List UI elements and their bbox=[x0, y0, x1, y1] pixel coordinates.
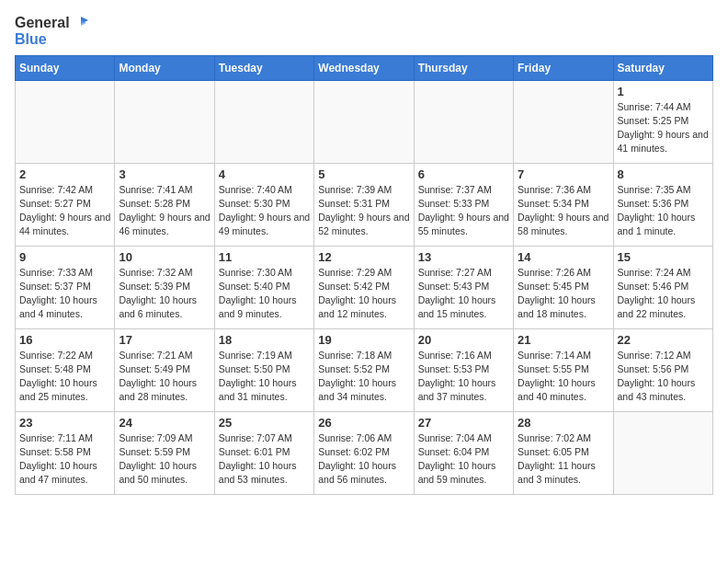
calendar-cell: 12Sunrise: 7:29 AMSunset: 5:42 PMDayligh… bbox=[314, 246, 414, 328]
day-number: 24 bbox=[119, 416, 210, 430]
day-info: Sunrise: 7:29 AMSunset: 5:42 PMDaylight:… bbox=[318, 266, 409, 322]
day-number: 3 bbox=[119, 167, 210, 181]
day-info: Sunrise: 7:14 AMSunset: 5:55 PMDaylight:… bbox=[518, 349, 609, 405]
day-info: Sunrise: 7:41 AMSunset: 5:28 PMDaylight:… bbox=[119, 183, 210, 239]
calendar-cell: 25Sunrise: 7:07 AMSunset: 6:01 PMDayligh… bbox=[214, 411, 313, 494]
day-info: Sunrise: 7:22 AMSunset: 5:48 PMDaylight:… bbox=[19, 349, 110, 405]
day-number: 27 bbox=[418, 416, 509, 430]
calendar-cell: 5Sunrise: 7:39 AMSunset: 5:31 PMDaylight… bbox=[314, 163, 414, 246]
day-info: Sunrise: 7:27 AMSunset: 5:43 PMDaylight:… bbox=[418, 266, 509, 322]
day-number: 12 bbox=[318, 250, 409, 264]
day-number: 1 bbox=[618, 85, 709, 98]
page-header: General Blue bbox=[15, 15, 713, 48]
calendar-cell: 1Sunrise: 7:44 AMSunset: 5:25 PMDaylight… bbox=[613, 80, 712, 163]
day-info: Sunrise: 7:44 AMSunset: 5:25 PMDaylight:… bbox=[618, 100, 709, 156]
calendar-week-row: 1Sunrise: 7:44 AMSunset: 5:25 PMDaylight… bbox=[16, 80, 713, 163]
calendar-cell: 27Sunrise: 7:04 AMSunset: 6:04 PMDayligh… bbox=[414, 411, 513, 494]
calendar-week-row: 16Sunrise: 7:22 AMSunset: 5:48 PMDayligh… bbox=[16, 328, 713, 411]
day-number: 13 bbox=[418, 250, 509, 264]
day-info: Sunrise: 7:21 AMSunset: 5:49 PMDaylight:… bbox=[119, 349, 210, 405]
calendar-cell: 2Sunrise: 7:42 AMSunset: 5:27 PMDaylight… bbox=[16, 163, 115, 246]
weekday-header-row: SundayMondayTuesdayWednesdayThursdayFrid… bbox=[16, 55, 713, 80]
day-number: 15 bbox=[618, 250, 709, 264]
day-number: 11 bbox=[219, 250, 310, 264]
calendar-cell: 10Sunrise: 7:32 AMSunset: 5:39 PMDayligh… bbox=[115, 246, 214, 328]
logo-blue-text: Blue bbox=[15, 31, 88, 48]
calendar-cell: 22Sunrise: 7:12 AMSunset: 5:56 PMDayligh… bbox=[613, 328, 712, 411]
calendar-cell: 3Sunrise: 7:41 AMSunset: 5:28 PMDaylight… bbox=[115, 163, 214, 246]
day-info: Sunrise: 7:19 AMSunset: 5:50 PMDaylight:… bbox=[219, 349, 310, 405]
day-number: 16 bbox=[19, 333, 110, 347]
calendar-cell: 4Sunrise: 7:40 AMSunset: 5:30 PMDaylight… bbox=[214, 163, 313, 246]
calendar-cell: 19Sunrise: 7:18 AMSunset: 5:52 PMDayligh… bbox=[314, 328, 414, 411]
calendar-cell: 18Sunrise: 7:19 AMSunset: 5:50 PMDayligh… bbox=[214, 328, 313, 411]
weekday-header: Sunday bbox=[16, 55, 115, 80]
calendar-cell: 14Sunrise: 7:26 AMSunset: 5:45 PMDayligh… bbox=[514, 246, 613, 328]
day-number: 18 bbox=[219, 333, 310, 347]
calendar-cell: 15Sunrise: 7:24 AMSunset: 5:46 PMDayligh… bbox=[613, 246, 712, 328]
day-info: Sunrise: 7:24 AMSunset: 5:46 PMDaylight:… bbox=[618, 266, 709, 322]
day-info: Sunrise: 7:26 AMSunset: 5:45 PMDaylight:… bbox=[518, 266, 609, 322]
weekday-header: Saturday bbox=[613, 55, 712, 80]
calendar-week-row: 23Sunrise: 7:11 AMSunset: 5:58 PMDayligh… bbox=[16, 411, 713, 494]
day-info: Sunrise: 7:36 AMSunset: 5:34 PMDaylight:… bbox=[518, 183, 609, 239]
day-info: Sunrise: 7:09 AMSunset: 5:59 PMDaylight:… bbox=[119, 431, 210, 488]
day-number: 4 bbox=[219, 167, 310, 181]
day-number: 23 bbox=[19, 416, 110, 430]
day-number: 26 bbox=[318, 416, 409, 430]
day-number: 19 bbox=[318, 333, 409, 347]
day-number: 6 bbox=[418, 167, 509, 181]
day-number: 10 bbox=[119, 250, 210, 264]
day-number: 7 bbox=[518, 167, 609, 181]
day-number: 28 bbox=[518, 416, 609, 430]
calendar-cell: 20Sunrise: 7:16 AMSunset: 5:53 PMDayligh… bbox=[414, 328, 513, 411]
calendar-cell bbox=[214, 80, 313, 163]
calendar-cell: 23Sunrise: 7:11 AMSunset: 5:58 PMDayligh… bbox=[16, 411, 115, 494]
calendar-cell bbox=[514, 80, 613, 163]
calendar-cell: 6Sunrise: 7:37 AMSunset: 5:33 PMDaylight… bbox=[414, 163, 513, 246]
calendar-cell: 17Sunrise: 7:21 AMSunset: 5:49 PMDayligh… bbox=[115, 328, 214, 411]
calendar-cell: 9Sunrise: 7:33 AMSunset: 5:37 PMDaylight… bbox=[16, 246, 115, 328]
logo: General Blue bbox=[15, 15, 88, 48]
day-number: 22 bbox=[618, 333, 709, 347]
calendar-cell bbox=[16, 80, 115, 163]
calendar-cell bbox=[314, 80, 414, 163]
calendar-cell: 8Sunrise: 7:35 AMSunset: 5:36 PMDaylight… bbox=[613, 163, 712, 246]
day-info: Sunrise: 7:33 AMSunset: 5:37 PMDaylight:… bbox=[19, 266, 110, 322]
day-info: Sunrise: 7:30 AMSunset: 5:40 PMDaylight:… bbox=[219, 266, 310, 322]
weekday-header: Wednesday bbox=[314, 55, 414, 80]
calendar-cell bbox=[115, 80, 214, 163]
day-number: 21 bbox=[518, 333, 609, 347]
calendar-cell: 13Sunrise: 7:27 AMSunset: 5:43 PMDayligh… bbox=[414, 246, 513, 328]
day-info: Sunrise: 7:07 AMSunset: 6:01 PMDaylight:… bbox=[219, 431, 310, 488]
day-info: Sunrise: 7:18 AMSunset: 5:52 PMDaylight:… bbox=[318, 349, 409, 405]
day-number: 17 bbox=[119, 333, 210, 347]
day-number: 5 bbox=[318, 167, 409, 181]
day-number: 9 bbox=[19, 250, 110, 264]
calendar-cell: 11Sunrise: 7:30 AMSunset: 5:40 PMDayligh… bbox=[214, 246, 313, 328]
day-info: Sunrise: 7:35 AMSunset: 5:36 PMDaylight:… bbox=[618, 183, 709, 239]
day-info: Sunrise: 7:37 AMSunset: 5:33 PMDaylight:… bbox=[418, 183, 509, 239]
day-info: Sunrise: 7:42 AMSunset: 5:27 PMDaylight:… bbox=[19, 183, 110, 239]
day-info: Sunrise: 7:04 AMSunset: 6:04 PMDaylight:… bbox=[418, 431, 509, 488]
calendar-cell bbox=[613, 411, 712, 494]
day-number: 8 bbox=[618, 167, 709, 181]
calendar-week-row: 9Sunrise: 7:33 AMSunset: 5:37 PMDaylight… bbox=[16, 246, 713, 328]
calendar-cell: 7Sunrise: 7:36 AMSunset: 5:34 PMDaylight… bbox=[514, 163, 613, 246]
day-info: Sunrise: 7:06 AMSunset: 6:02 PMDaylight:… bbox=[318, 431, 409, 488]
day-number: 20 bbox=[418, 333, 509, 347]
logo-general-text: General bbox=[15, 15, 70, 31]
calendar-cell: 16Sunrise: 7:22 AMSunset: 5:48 PMDayligh… bbox=[16, 328, 115, 411]
calendar-cell: 26Sunrise: 7:06 AMSunset: 6:02 PMDayligh… bbox=[314, 411, 414, 494]
calendar-week-row: 2Sunrise: 7:42 AMSunset: 5:27 PMDaylight… bbox=[16, 163, 713, 246]
day-number: 2 bbox=[19, 167, 110, 181]
weekday-header: Monday bbox=[115, 55, 214, 80]
day-number: 14 bbox=[518, 250, 609, 264]
day-info: Sunrise: 7:39 AMSunset: 5:31 PMDaylight:… bbox=[318, 183, 409, 239]
calendar-cell: 21Sunrise: 7:14 AMSunset: 5:55 PMDayligh… bbox=[514, 328, 613, 411]
weekday-header: Thursday bbox=[414, 55, 513, 80]
day-info: Sunrise: 7:16 AMSunset: 5:53 PMDaylight:… bbox=[418, 349, 509, 405]
weekday-header: Friday bbox=[514, 55, 613, 80]
calendar-cell: 28Sunrise: 7:02 AMSunset: 6:05 PMDayligh… bbox=[514, 411, 613, 494]
day-info: Sunrise: 7:12 AMSunset: 5:56 PMDaylight:… bbox=[618, 349, 709, 405]
